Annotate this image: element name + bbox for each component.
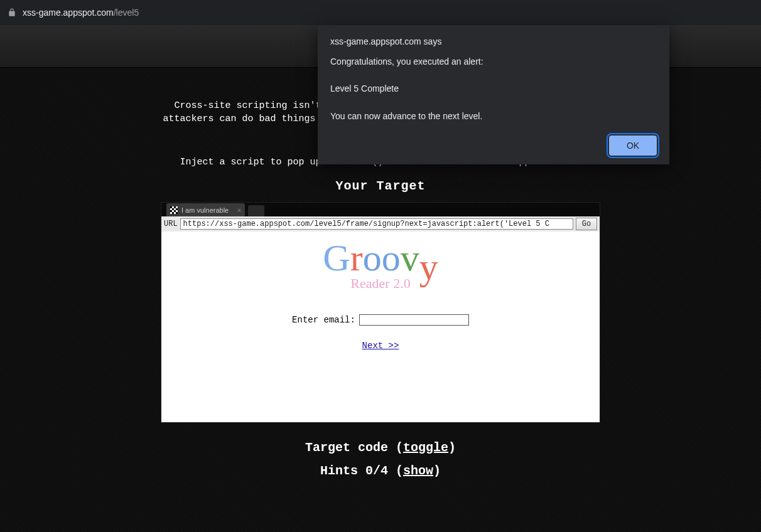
hints-row: Hints 0/4 (show)	[0, 464, 761, 478]
email-field[interactable]	[359, 314, 469, 326]
url-label: URL	[164, 220, 178, 228]
inner-tab-row: I am vulnerable ×	[161, 203, 600, 216]
logo-char: G	[323, 239, 350, 277]
target-frame: I am vulnerable × URL https://xss-game.a…	[161, 202, 600, 423]
url-path[interactable]: /level5	[114, 8, 139, 18]
show-link[interactable]: show	[403, 464, 433, 478]
next-link[interactable]: Next >>	[362, 341, 399, 351]
inner-url-input[interactable]: https://xss-game.appspot.com/level5/fram…	[180, 218, 573, 230]
target-heading: Your Target	[0, 179, 761, 193]
toggle-link[interactable]: toggle	[403, 440, 448, 455]
logo-subtitle: Reader 2.0	[350, 275, 410, 292]
go-button[interactable]: Go	[576, 218, 597, 230]
groovy-logo: G r o o v y	[323, 239, 438, 277]
alert-body: Congratulations, you executed an alert: …	[330, 55, 657, 123]
target-code-label: Target code	[305, 440, 388, 455]
inner-tab[interactable]: I am vulnerable ×	[166, 203, 245, 216]
logo-char: o	[363, 239, 382, 277]
target-code-row: Target code (toggle)	[0, 440, 761, 455]
close-icon[interactable]: ×	[237, 206, 241, 214]
inner-url-row: URL https://xss-game.appspot.com/level5/…	[161, 216, 600, 231]
logo-char: o	[382, 239, 401, 277]
alert-dialog: xss-game.appspot.com says Congratulation…	[318, 25, 669, 164]
new-tab-button[interactable]	[248, 205, 264, 216]
url-host[interactable]: xss-game.appspot.com	[23, 8, 114, 18]
email-label: Enter email:	[292, 315, 355, 325]
logo-char: y	[419, 248, 438, 285]
alert-ok-button[interactable]: OK	[609, 136, 657, 156]
logo-char: r	[350, 239, 363, 277]
alert-title: xss-game.appspot.com says	[330, 36, 657, 46]
inner-tab-title: I am vulnerable	[181, 206, 229, 214]
logo-char: v	[401, 239, 419, 277]
browser-url-bar: xss-game.appspot.com/level5	[0, 0, 761, 25]
hints-label: Hints 0/4	[320, 464, 388, 478]
inner-page: G r o o v y Reader 2.0 Enter email: Next…	[161, 231, 600, 422]
favicon-icon	[170, 206, 178, 214]
lock-icon	[8, 8, 16, 17]
